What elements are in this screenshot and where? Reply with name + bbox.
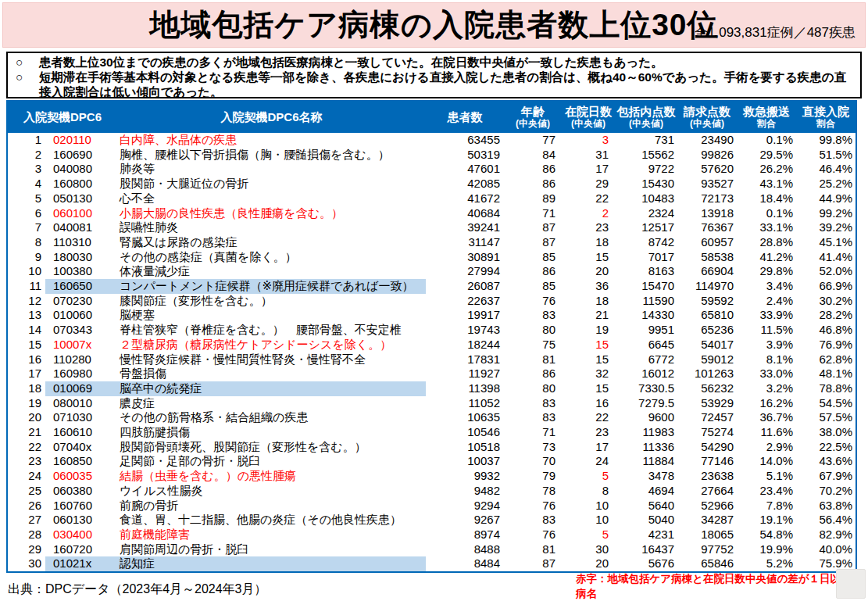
header-label: 年齢 bbox=[521, 106, 545, 119]
cell-emer: 36.7% bbox=[737, 410, 796, 425]
cell-direct: 46.4% bbox=[796, 162, 855, 177]
cell-bill: 59012 bbox=[677, 352, 737, 367]
cell-emer: 7.8% bbox=[737, 499, 796, 513]
header-label: 直接入院 bbox=[802, 106, 849, 119]
cell-patients: 40684 bbox=[426, 206, 504, 221]
bullet-circle-icon: ○ bbox=[16, 55, 39, 70]
cell-patients: 9932 bbox=[426, 469, 504, 484]
cell-incl: 12517 bbox=[615, 220, 677, 235]
cell-rank: 9 bbox=[8, 250, 45, 265]
cell-name: ２型糖尿病（糖尿病性ケトアシドーシスを除く。） bbox=[117, 338, 426, 352]
cell-age: 80 bbox=[504, 381, 562, 396]
cell-bill: 54290 bbox=[677, 440, 737, 455]
cell-incl: 9951 bbox=[615, 323, 677, 338]
cell-incl: 15430 bbox=[615, 177, 677, 191]
cell-age: 70 bbox=[504, 454, 562, 469]
cell-bill: 75274 bbox=[677, 425, 737, 440]
cell-incl: 16437 bbox=[615, 542, 677, 557]
header-age-median: 年齢 (中央値) bbox=[504, 102, 562, 133]
cell-name: 結腸（虫垂を含む。）の悪性腫瘍 bbox=[117, 469, 426, 484]
header-inclusive-points-median: 包括内点数 (中央値) bbox=[615, 102, 677, 133]
cell-code: 160980 bbox=[45, 367, 117, 381]
cell-age: 86 bbox=[504, 264, 562, 279]
table-row: 3001021x認知症848487205676658465.2%75.9% bbox=[8, 556, 855, 571]
cell-bill: 59592 bbox=[677, 294, 737, 309]
cell-direct: 66.9% bbox=[796, 279, 855, 294]
cell-los: 21 bbox=[562, 308, 615, 323]
cell-age: 76 bbox=[504, 294, 562, 309]
table-row: 26160760前腕の骨折929476105640529667.8%63.8% bbox=[8, 499, 855, 513]
cell-rank: 12 bbox=[8, 294, 45, 309]
cell-name: 誤嚥性肺炎 bbox=[117, 220, 426, 235]
cell-direct: 57.5% bbox=[796, 410, 855, 425]
cell-emer: 29.8% bbox=[737, 264, 796, 279]
header-direct-admission-ratio: 直接入院 割合 bbox=[796, 102, 855, 133]
table-row: 12070230膝関節症（変形性を含む。）2263776181159059592… bbox=[8, 294, 855, 309]
summary-bullet-2: ○ 短期滞在手術等基本料の対象となる疾患等一部を除き、各疾患における直接入院した… bbox=[16, 70, 854, 100]
cell-emer: 41.2% bbox=[737, 250, 796, 265]
cell-code: 160760 bbox=[45, 499, 117, 513]
cell-bill: 93527 bbox=[677, 177, 737, 191]
table-row: 14070343脊柱管狭窄（脊椎症を含む。） 腰部骨盤、不安定椎19743801… bbox=[8, 323, 855, 338]
cell-los: 5 bbox=[562, 469, 615, 484]
table-row: 5050130心不全416728922104837217318.4%44.9% bbox=[8, 191, 855, 206]
cell-direct: 39.2% bbox=[796, 220, 855, 235]
cell-patients: 10037 bbox=[426, 454, 504, 469]
cell-rank: 14 bbox=[8, 323, 45, 338]
cell-emer: 3.2% bbox=[737, 381, 796, 396]
cell-incl: 7330.5 bbox=[615, 381, 677, 396]
cell-los: 30 bbox=[562, 542, 615, 557]
cell-los: 20 bbox=[562, 264, 615, 279]
cell-age: 81 bbox=[504, 352, 562, 367]
cell-name: コンパートメント症候群（※廃用症候群であれば一致） bbox=[117, 279, 426, 294]
cell-code: 100380 bbox=[45, 264, 117, 279]
cell-incl: 15562 bbox=[615, 148, 677, 163]
cell-rank: 15 bbox=[8, 338, 45, 352]
cell-bill: 58538 bbox=[677, 250, 737, 265]
cell-direct: 99.8% bbox=[796, 133, 855, 148]
cell-emer: 23.4% bbox=[737, 484, 796, 499]
table-row: 27060130食道、胃、十二指腸、他腸の炎症（その他良性疾患）92678310… bbox=[8, 513, 855, 528]
cell-incl: 11983 bbox=[615, 425, 677, 440]
cell-age: 71 bbox=[504, 206, 562, 221]
cell-direct: 56.4% bbox=[796, 513, 855, 528]
cell-age: 83 bbox=[504, 513, 562, 528]
cell-patients: 8974 bbox=[426, 528, 504, 542]
table-row: 7040081誤嚥性肺炎392418723125177636733.1%39.2… bbox=[8, 220, 855, 235]
cell-name: 膝関節症（変形性を含む。） bbox=[117, 294, 426, 309]
cell-name: 脳梗塞 bbox=[117, 308, 426, 323]
cell-los: 17 bbox=[562, 440, 615, 455]
cell-name: 食道、胃、十二指腸、他腸の炎症（その他良性疾患） bbox=[117, 513, 426, 528]
table-row: 19080010膿皮症1105283167279.55392916.2%54.5… bbox=[8, 396, 855, 411]
table-row: 28030400前庭機能障害897476542311806554.8%82.9% bbox=[8, 528, 855, 542]
cell-code: 160720 bbox=[45, 542, 117, 557]
cell-incl: 4231 bbox=[615, 528, 677, 542]
cell-rank: 24 bbox=[8, 469, 45, 484]
cell-patients: 9267 bbox=[426, 513, 504, 528]
cell-bill: 27664 bbox=[677, 484, 737, 499]
cell-patients: 42085 bbox=[426, 177, 504, 191]
cell-incl: 6772 bbox=[615, 352, 677, 367]
cell-age: 75 bbox=[504, 338, 562, 352]
cell-emer: 11.5% bbox=[737, 323, 796, 338]
cell-code: 160690 bbox=[45, 148, 117, 163]
cell-patients: 30891 bbox=[426, 250, 504, 265]
cell-patients: 11398 bbox=[426, 381, 504, 396]
cell-emer: 8.1% bbox=[737, 352, 796, 367]
table-row: 9180030その他の感染症（真菌を除く。）308918515701758538… bbox=[8, 250, 855, 265]
cell-los: 20 bbox=[562, 556, 615, 571]
cell-name: 膿皮症 bbox=[117, 396, 426, 411]
cell-los: 32 bbox=[562, 367, 615, 381]
cell-direct: 43.6% bbox=[796, 454, 855, 469]
cell-incl: 8742 bbox=[615, 235, 677, 250]
cell-incl: 6645 bbox=[615, 338, 677, 352]
header-label: 入院契機DPC6 bbox=[23, 111, 102, 124]
cell-bill: 114970 bbox=[677, 279, 737, 294]
header-dpc6-code: 入院契機DPC6 bbox=[8, 102, 117, 133]
cell-bill: 60957 bbox=[677, 235, 737, 250]
cell-direct: 22.5% bbox=[796, 440, 855, 455]
cell-bill: 52966 bbox=[677, 499, 737, 513]
cell-direct: 67.9% bbox=[796, 469, 855, 484]
cell-direct: 82.9% bbox=[796, 528, 855, 542]
cell-code: 01021x bbox=[45, 556, 117, 571]
